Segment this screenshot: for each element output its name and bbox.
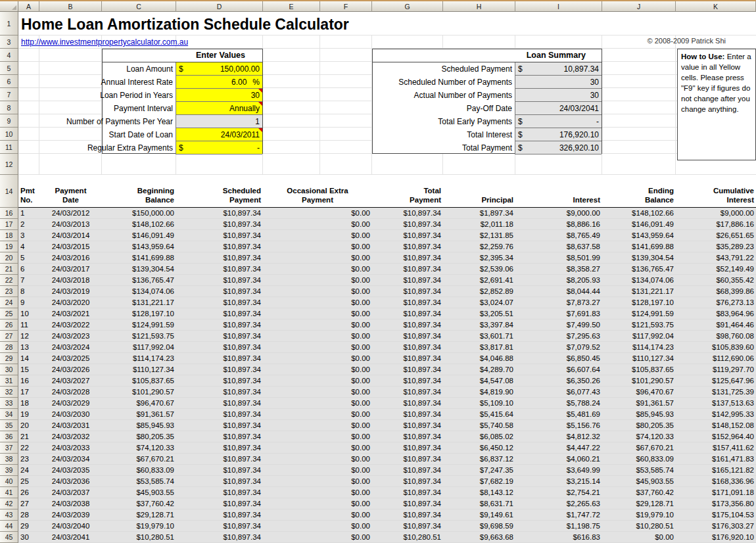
cell-principal[interactable]: $3,817.81	[443, 342, 515, 352]
cell-scheduled-payment[interactable]: $10,897.34	[176, 375, 263, 386]
cell-scheduled-payment[interactable]: $10,897.34	[176, 264, 263, 274]
cell-cumulative-interest[interactable]: $35,289.23	[676, 241, 756, 252]
input-cell-start-date-of-loan[interactable]: 24/03/2011	[176, 128, 262, 141]
cell-ending-balance[interactable]: $80,205.35	[602, 420, 676, 431]
cell-beginning-balance[interactable]: $134,074.06	[102, 286, 176, 296]
cell-total-payment[interactable]: $10,897.34	[372, 420, 443, 431]
cell-scheduled-payment[interactable]: $10,897.34	[176, 442, 263, 453]
column-header-I[interactable]: I	[515, 1, 602, 12]
row-header-14[interactable]: 14	[0, 175, 18, 208]
cell-cumulative-interest[interactable]: $68,399.86	[676, 286, 756, 296]
input-cell-number-of-payments-per-year[interactable]: 1	[176, 115, 262, 128]
header-interest[interactable]: Interest	[515, 175, 602, 207]
cell-scheduled-payment[interactable]: $10,897.34	[176, 487, 263, 498]
cell-occasional-extra-payment[interactable]: $0.00	[263, 342, 372, 352]
cell-interest[interactable]: $7,499.50	[515, 319, 602, 330]
cell-ending-balance[interactable]: $45,903.55	[602, 476, 676, 486]
cell-ending-balance[interactable]: $53,585.74	[602, 465, 676, 475]
cell-interest[interactable]: $3,649.99	[515, 465, 602, 475]
row-header-41[interactable]: 41	[0, 487, 18, 498]
cell-ending-balance[interactable]: $105,837.65	[602, 364, 676, 375]
table-row[interactable]: 524/03/2016$141,699.88$10,897.34$0.00$10…	[18, 252, 756, 264]
row-header-19[interactable]: 19	[0, 241, 18, 252]
cell-interest[interactable]: $8,501.99	[515, 252, 602, 263]
table-row[interactable]: 2624/03/2037$45,903.55$10,897.34$0.00$10…	[18, 487, 756, 498]
table-row[interactable]: 2424/03/2035$60,833.09$10,897.34$0.00$10…	[18, 465, 756, 476]
cell-interest[interactable]: $6,350.26	[515, 375, 602, 386]
row-header-10[interactable]: 10	[0, 128, 18, 141]
cell-scheduled-payment[interactable]: $10,897.34	[176, 387, 263, 397]
table-row[interactable]: 2724/03/2038$37,760.42$10,897.34$0.00$10…	[18, 498, 756, 509]
cell-scheduled-payment[interactable]: $10,897.34	[176, 521, 263, 531]
column-header-D[interactable]: D	[176, 1, 263, 12]
table-row[interactable]: 1324/03/2024$117,992.04$10,897.34$0.00$1…	[18, 342, 756, 353]
cell-total-payment[interactable]: $10,897.34	[372, 398, 443, 408]
cell-pmt-no[interactable]: 23	[18, 454, 39, 464]
cell-pmt-no[interactable]: 25	[18, 476, 39, 486]
cell-principal[interactable]: $4,547.08	[443, 375, 515, 386]
row-header-7[interactable]: 7	[0, 88, 18, 101]
cell-occasional-extra-payment[interactable]: $0.00	[263, 219, 372, 229]
cell-beginning-balance[interactable]: $148,102.66	[102, 219, 176, 229]
row-header-35[interactable]: 35	[0, 420, 18, 431]
cell-pmt-no[interactable]: 26	[18, 487, 39, 498]
cell-cumulative-interest[interactable]: $171,091.18	[676, 487, 756, 498]
cell-cumulative-interest[interactable]: $98,760.08	[676, 331, 756, 341]
cell-ending-balance[interactable]: $124,991.59	[602, 308, 676, 319]
cell-payment-date[interactable]: 24/03/2015	[39, 241, 102, 252]
cell-beginning-balance[interactable]: $80,205.35	[102, 431, 176, 442]
cell-principal[interactable]: $6,450.12	[443, 442, 515, 453]
cell-principal[interactable]: $9,698.59	[443, 521, 515, 531]
row-header-31[interactable]: 31	[0, 375, 18, 387]
cell-beginning-balance[interactable]: $117,992.04	[102, 342, 176, 352]
cell-payment-date[interactable]: 24/03/2033	[39, 442, 102, 453]
cell-principal[interactable]: $3,205.51	[443, 308, 515, 319]
cell-total-payment[interactable]: $10,897.34	[372, 353, 443, 364]
cell-principal[interactable]: $2,395.34	[443, 252, 515, 263]
cell-occasional-extra-payment[interactable]: $0.00	[263, 375, 372, 386]
cell-principal[interactable]: $4,819.90	[443, 387, 515, 397]
column-header-K[interactable]: K	[676, 1, 756, 12]
cell-total-payment[interactable]: $10,897.34	[372, 476, 443, 486]
header-principal[interactable]: Principal	[443, 175, 515, 207]
cell-pmt-no[interactable]: 18	[18, 398, 39, 408]
website-link[interactable]: http://www.investmentpropertycalculator.…	[21, 35, 188, 49]
input-cell-loan-period-in-years[interactable]: 30	[176, 89, 262, 102]
summary-value-actual-number-of-payments[interactable]: 30	[515, 89, 602, 102]
cell-ending-balance[interactable]: $128,197.10	[602, 297, 676, 308]
cell-payment-date[interactable]: 24/03/2020	[39, 297, 102, 308]
input-cell-annual-interest-rate[interactable]: 6.00%	[176, 76, 262, 89]
cell-interest[interactable]: $1,198.75	[515, 521, 602, 531]
cell-ending-balance[interactable]: $139,304.54	[602, 252, 676, 263]
cell-scheduled-payment[interactable]: $10,897.34	[176, 275, 263, 285]
input-cell-payment-interval[interactable]: Annually	[176, 102, 262, 115]
cell-beginning-balance[interactable]: $53,585.74	[102, 476, 176, 486]
cell-payment-date[interactable]: 24/03/2041	[39, 532, 102, 542]
column-header-C[interactable]: C	[102, 1, 176, 12]
cell-total-payment[interactable]: $10,280.51	[372, 532, 443, 542]
table-row[interactable]: 2324/03/2034$67,670.21$10,897.34$0.00$10…	[18, 454, 756, 465]
cell-scheduled-payment[interactable]: $10,897.34	[176, 364, 263, 375]
cell-ending-balance[interactable]: $143,959.64	[602, 230, 676, 241]
input-cell-regular-extra-payments[interactable]: $-	[176, 141, 262, 154]
table-row[interactable]: 2524/03/2036$53,585.74$10,897.34$0.00$10…	[18, 476, 756, 487]
cell-principal[interactable]: $4,289.70	[443, 364, 515, 375]
cell-principal[interactable]: $7,682.19	[443, 476, 515, 486]
table-row[interactable]: 1624/03/2027$105,837.65$10,897.34$0.00$1…	[18, 375, 756, 387]
cell-beginning-balance[interactable]: $136,765.47	[102, 275, 176, 285]
cell-ending-balance[interactable]: $136,765.47	[602, 264, 676, 274]
cell-scheduled-payment[interactable]: $10,897.34	[176, 420, 263, 431]
row-header-17[interactable]: 17	[0, 219, 18, 230]
cell-payment-date[interactable]: 24/03/2018	[39, 275, 102, 285]
cell-occasional-extra-payment[interactable]: $0.00	[263, 387, 372, 397]
table-row[interactable]: 2124/03/2032$80,205.35$10,897.34$0.00$10…	[18, 431, 756, 442]
table-row[interactable]: 1424/03/2025$114,174.23$10,897.34$0.00$1…	[18, 353, 756, 364]
cell-cumulative-interest[interactable]: $43,791.22	[676, 252, 756, 263]
column-header-A[interactable]: A	[18, 1, 39, 12]
cell-principal[interactable]: $2,539.06	[443, 264, 515, 274]
header-occasional-extra-payment[interactable]: Occasional ExtraPayment	[263, 175, 372, 207]
cell-interest[interactable]: $4,060.21	[515, 454, 602, 464]
cell-total-payment[interactable]: $10,897.34	[372, 219, 443, 229]
cell-total-payment[interactable]: $10,897.34	[372, 264, 443, 274]
cell-occasional-extra-payment[interactable]: $0.00	[263, 454, 372, 464]
